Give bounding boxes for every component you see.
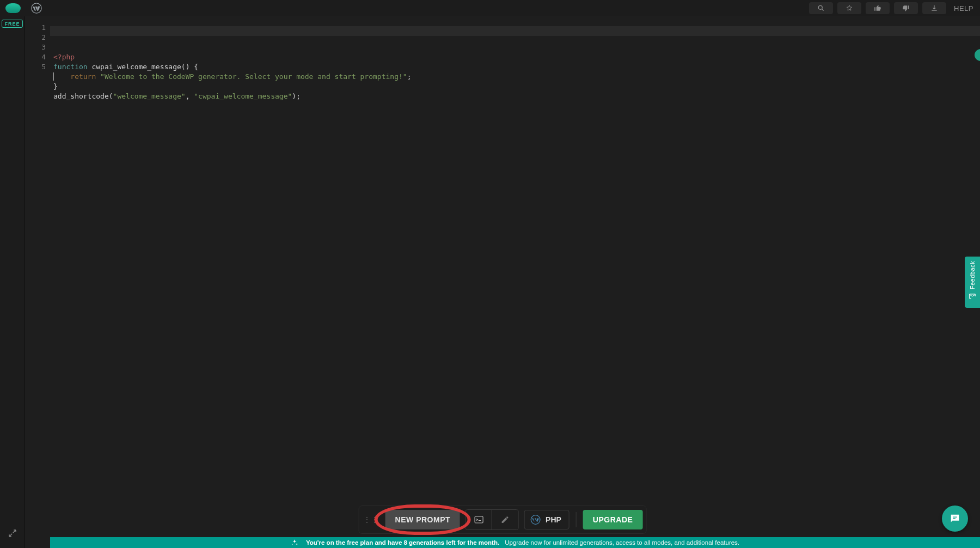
chat-icon xyxy=(949,513,961,525)
download-icon xyxy=(930,4,938,12)
wordpress-icon xyxy=(530,514,541,525)
left-sidebar: FREE xyxy=(0,16,25,548)
line-number: 5 xyxy=(25,62,53,72)
top-bar: HELP xyxy=(0,0,980,16)
edit-mode-button[interactable] xyxy=(492,510,518,529)
language-selector[interactable]: PHP xyxy=(524,510,569,529)
fullscreen-toggle[interactable] xyxy=(8,528,17,548)
language-label: PHP xyxy=(546,515,561,524)
feedback-label: Feedback xyxy=(969,261,976,289)
line-number-gutter: 12345 xyxy=(25,16,53,548)
star-button[interactable] xyxy=(837,2,861,14)
feedback-icon xyxy=(969,293,976,300)
line-number: 4 xyxy=(25,52,53,62)
new-prompt-button[interactable]: NEW PROMPT xyxy=(385,510,460,529)
pencil-icon xyxy=(501,515,510,524)
search-icon xyxy=(817,4,825,12)
logo-icon[interactable] xyxy=(5,3,21,13)
thumbs-down-icon xyxy=(902,4,910,12)
plan-badge: FREE xyxy=(2,20,22,28)
thumbs-up-icon xyxy=(874,4,881,12)
search-button[interactable] xyxy=(809,2,833,14)
sparkle-icon xyxy=(291,539,298,546)
code-line[interactable]: } xyxy=(53,82,975,92)
svg-rect-2 xyxy=(475,516,483,523)
thumbs-up-button[interactable] xyxy=(866,2,890,14)
star-icon xyxy=(846,4,853,12)
download-button[interactable] xyxy=(922,2,946,14)
svg-point-3 xyxy=(531,515,541,525)
mode-toggle-group xyxy=(465,509,519,530)
thumbs-down-button[interactable] xyxy=(894,2,918,14)
expand-icon xyxy=(8,528,17,538)
code-editor[interactable]: 12345 <?phpfunction cwpai_welcome_messag… xyxy=(25,16,980,548)
terminal-icon xyxy=(474,515,484,524)
code-line[interactable]: <?php xyxy=(53,52,975,62)
code-line[interactable]: function cwpai_welcome_message() { xyxy=(53,62,975,72)
banner-bold-text: You're on the free plan and have 8 gener… xyxy=(306,539,499,546)
divider xyxy=(576,512,577,527)
code-line[interactable]: add_shortcode("welcome_message", "cwpai_… xyxy=(53,92,975,101)
help-link[interactable]: HELP xyxy=(951,4,977,13)
code-area[interactable]: <?phpfunction cwpai_welcome_message() { … xyxy=(53,16,980,548)
line-number: 3 xyxy=(25,42,53,52)
code-line[interactable]: return "Welcome to the CodeWP generator.… xyxy=(53,72,975,82)
upgrade-button[interactable]: UPGRADE xyxy=(583,510,643,529)
feedback-tab[interactable]: Feedback xyxy=(965,257,980,308)
line-number: 2 xyxy=(25,33,53,42)
svg-point-1 xyxy=(818,5,822,9)
bottom-toolbar: ⋮⋮ NEW PROMPT xyxy=(359,506,647,534)
terminal-mode-button[interactable] xyxy=(466,510,492,529)
chat-launcher[interactable] xyxy=(942,506,968,532)
wordpress-icon[interactable] xyxy=(30,2,42,14)
banner-upgrade-link[interactable]: Upgrade now for unlimited generations, a… xyxy=(505,539,739,546)
plan-banner: You're on the free plan and have 8 gener… xyxy=(50,537,980,548)
line-number: 1 xyxy=(25,23,53,33)
drag-handle-icon[interactable]: ⋮⋮ xyxy=(363,517,380,522)
